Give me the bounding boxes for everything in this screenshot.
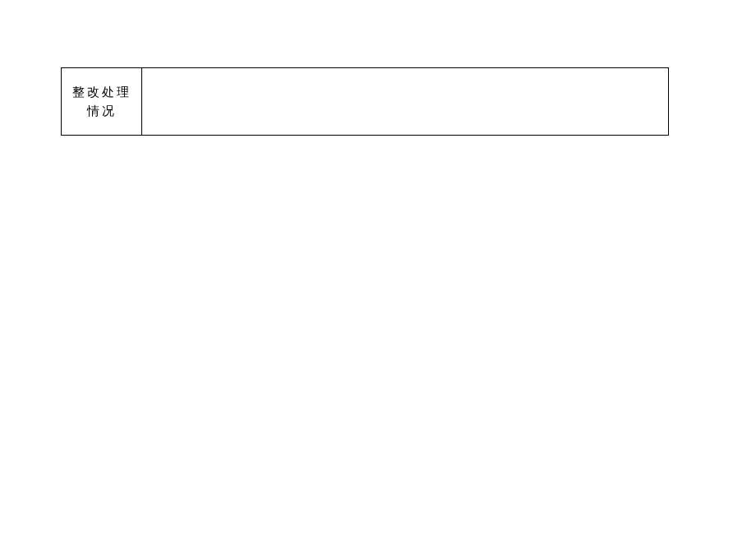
table-row: 整改处理 情况	[61, 67, 669, 136]
row-content-cell	[142, 68, 668, 135]
label-line1: 整改处理	[72, 83, 131, 102]
form-table: 整改处理 情况	[61, 67, 669, 136]
label-line2: 情况	[87, 102, 117, 121]
row-label-cell: 整改处理 情况	[62, 68, 142, 135]
